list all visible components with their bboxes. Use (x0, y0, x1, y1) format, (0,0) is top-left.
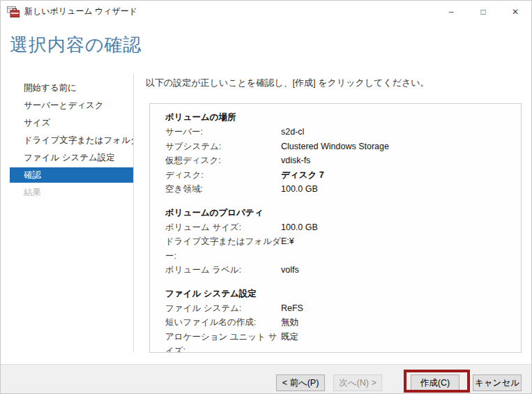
section-volume-location: ボリュームの場所 サーバー: s2d-cl サブシステム: Clustered … (165, 110, 514, 197)
row-value: s2d-cl (281, 125, 304, 139)
title-bar: 新しいボリューム ウィザード – □ ✕ (1, 1, 531, 22)
row-label: 空き領域: (165, 182, 281, 197)
server-manager-icon (7, 6, 20, 17)
summary-row-free-space: 空き領域: 100.0 GB (165, 182, 514, 197)
section-volume-properties: ボリュームのプロパティ ボリューム サイズ: 100.0 GB ドライブ文字また… (165, 206, 514, 278)
summary-row-drive-letter: ドライブ文字またはフォルダー: E:¥ (165, 234, 514, 263)
row-value: 100.0 GB (281, 220, 318, 235)
row-value: 既定 (281, 330, 298, 354)
row-value: Clustered Windows Storage (281, 139, 389, 154)
summary-row-allocation-unit-size: アロケーション ユニット サイズ: 既定 (165, 330, 514, 354)
row-value: ディスク 7 (281, 168, 324, 183)
summary-row-virtual-disk: 仮想ディスク: vdisk-fs (165, 153, 514, 168)
section-title: ボリュームの場所 (165, 110, 514, 125)
confirmation-summary-panel: ボリュームの場所 サーバー: s2d-cl サブシステム: Clustered … (149, 103, 522, 353)
next-button[interactable]: 次へ(N) > (333, 374, 382, 391)
row-label: サブシステム: (165, 139, 281, 154)
row-value: volfs (281, 263, 299, 278)
row-label: 仮想ディスク: (165, 153, 281, 168)
new-volume-wizard-window: 新しいボリューム ウィザード – □ ✕ 選択内容の確認 開始する前に サーバー… (0, 0, 532, 394)
maximize-icon: □ (480, 7, 485, 17)
wizard-steps-sidebar: 開始する前に サーバーとディスク サイズ ドライブ文字またはフォルダー ファイル… (1, 79, 133, 202)
sidebar-item-before-you-begin[interactable]: 開始する前に (1, 79, 133, 97)
minimize-icon: – (449, 7, 454, 17)
summary-row-file-system: ファイル システム: ReFS (165, 301, 514, 316)
summary-row-subsystem: サブシステム: Clustered Windows Storage (165, 139, 514, 154)
row-label: ボリューム サイズ: (165, 220, 281, 235)
row-label: アロケーション ユニット サイズ: (165, 330, 281, 354)
cancel-button[interactable]: キャンセル (473, 374, 522, 391)
close-icon: ✕ (512, 7, 519, 17)
row-label: ディスク: (165, 168, 281, 183)
sidebar-item-file-system-settings[interactable]: ファイル システム設定 (1, 149, 133, 167)
row-label: ファイル システム: (165, 301, 281, 316)
instruction-text: 以下の設定が正しいことを確認し、[作成] をクリックしてください。 (146, 77, 430, 89)
maximize-button[interactable]: □ (467, 1, 499, 22)
summary-row-server: サーバー: s2d-cl (165, 125, 514, 139)
window-title: 新しいボリューム ウィザード (24, 6, 137, 17)
create-button[interactable]: 作成(C) (411, 374, 459, 391)
sidebar-item-results: 結果 (1, 184, 133, 202)
row-value: 100.0 GB (281, 182, 318, 197)
row-label: サーバー: (165, 125, 281, 139)
summary-row-disk: ディスク: ディスク 7 (165, 168, 514, 183)
sidebar-item-confirmation[interactable]: 確認 (10, 167, 133, 183)
back-button[interactable]: < 前へ(P) (276, 374, 325, 391)
summary-row-volume-size: ボリューム サイズ: 100.0 GB (165, 220, 514, 235)
row-label: 短いファイル名の作成: (165, 315, 281, 330)
sidebar-item-drive-letter-or-folder[interactable]: ドライブ文字またはフォルダー (1, 132, 133, 149)
close-button[interactable]: ✕ (499, 1, 531, 22)
section-title: ボリュームのプロパティ (165, 206, 514, 220)
minimize-button[interactable]: – (435, 1, 467, 22)
section-title: ファイル システム設定 (165, 287, 514, 301)
sidebar-item-server-and-disk[interactable]: サーバーとディスク (1, 97, 133, 114)
sidebar-divider (133, 74, 134, 353)
row-value: vdisk-fs (281, 153, 310, 168)
summary-row-short-file-names: 短いファイル名の作成: 無効 (165, 315, 514, 330)
summary-row-volume-label: ボリューム ラベル: volfs (165, 263, 514, 278)
row-value: 無効 (281, 315, 298, 330)
section-file-system-settings: ファイル システム設定 ファイル システム: ReFS 短いファイル名の作成: … (165, 287, 514, 354)
row-label: ドライブ文字またはフォルダー: (165, 234, 281, 263)
row-value: ReFS (281, 301, 303, 316)
caption-buttons: – □ ✕ (435, 1, 531, 22)
sidebar-item-size[interactable]: サイズ (1, 114, 133, 132)
row-label: ボリューム ラベル: (165, 263, 281, 278)
page-title: 選択内容の確認 (10, 33, 142, 57)
row-value: E:¥ (281, 234, 294, 263)
